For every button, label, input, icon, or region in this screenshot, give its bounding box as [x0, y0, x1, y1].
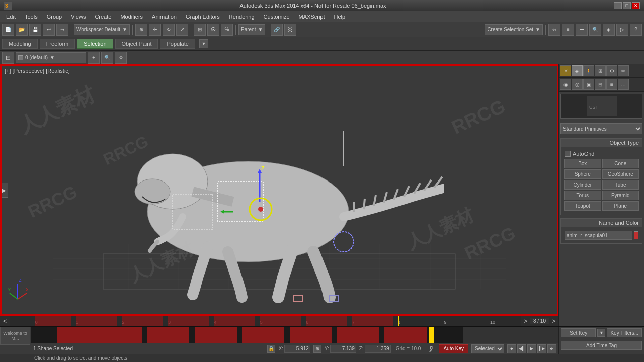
- toolbar-unlink[interactable]: ⛓: [284, 24, 296, 36]
- menu-views[interactable]: Views: [67, 13, 90, 21]
- timeline-bar[interactable]: 0 1 2 3 4 5 6 7 8 9 10: [10, 316, 521, 326]
- menu-tools[interactable]: Tools: [21, 13, 42, 21]
- toolbar-layer[interactable]: ☰: [576, 24, 588, 36]
- btn-geosphere[interactable]: GeoSphere: [602, 169, 639, 179]
- menu-help[interactable]: Help: [330, 13, 350, 21]
- btn-plane[interactable]: Plane: [602, 201, 639, 211]
- layer-new[interactable]: +: [88, 52, 100, 64]
- menu-graph-editors[interactable]: Graph Editors: [182, 13, 224, 21]
- viewport[interactable]: [+] [Perspective] [Realistic] 人人素材 RRCG …: [0, 64, 558, 316]
- reference-coord-dropdown[interactable]: Parent ▼: [238, 24, 265, 35]
- tab-object-paint[interactable]: Object Paint: [115, 39, 158, 49]
- add-time-tag-button[interactable]: Add Time Tag: [561, 341, 642, 350]
- btn-teapot[interactable]: Teapot: [564, 201, 601, 211]
- layer-dropdown[interactable]: 0 (default) ▼: [16, 52, 86, 63]
- maximize-button[interactable]: □: [623, 2, 631, 9]
- next-key-btn[interactable]: ▌▶: [537, 344, 546, 353]
- timeline-fwd-btn[interactable]: >: [521, 318, 530, 325]
- panel-icon-display[interactable]: ◈: [572, 65, 583, 76]
- workspace-dropdown[interactable]: Workspace: Default ▼: [74, 24, 130, 35]
- toolbar-percent-snap[interactable]: %: [221, 24, 233, 36]
- menu-customize[interactable]: Customize: [260, 13, 294, 21]
- toolbar-save[interactable]: 💾: [29, 24, 41, 36]
- set-key-button[interactable]: Set Key: [561, 328, 596, 337]
- toolbar-align[interactable]: ≡: [562, 24, 574, 36]
- toolbar-undo[interactable]: ↩: [43, 24, 55, 36]
- panel-icon-2f[interactable]: …: [618, 79, 629, 90]
- toolbar-snap[interactable]: ⊞: [194, 24, 206, 36]
- layer-settings[interactable]: ⚙: [115, 52, 127, 64]
- minimize-button[interactable]: _: [614, 2, 622, 9]
- toolbar-redo[interactable]: ↪: [56, 24, 68, 36]
- toolbar-open[interactable]: 📂: [16, 24, 28, 36]
- panel-icon-2b[interactable]: ◎: [572, 79, 583, 90]
- menu-group[interactable]: Group: [43, 13, 66, 21]
- toolbar-link[interactable]: 🔗: [271, 24, 283, 36]
- toolbar-render[interactable]: ▷: [616, 24, 628, 36]
- viewport-play-btn[interactable]: ▶: [0, 183, 8, 198]
- panel-icon-utilities[interactable]: ⚙: [606, 65, 617, 76]
- auto-key-button[interactable]: Auto Key: [439, 344, 468, 353]
- panel-icon-2d[interactable]: ⊟: [595, 79, 606, 90]
- lock-icon[interactable]: 🔒: [267, 345, 275, 353]
- panel-icon-render[interactable]: ☀: [560, 65, 571, 76]
- tab-selection[interactable]: Selection: [77, 39, 113, 49]
- go-end-btn[interactable]: ⏭: [547, 344, 556, 353]
- toolbar-help2[interactable]: ?: [630, 24, 642, 36]
- go-start-btn[interactable]: ⏮: [507, 344, 516, 353]
- panel-icon-motion[interactable]: 🚶: [583, 65, 594, 76]
- x-input[interactable]: [284, 345, 310, 353]
- toolbar-scale[interactable]: ⤢: [176, 24, 188, 36]
- toolbar-scene-explorer[interactable]: 🔍: [589, 24, 601, 36]
- timeline-playhead[interactable]: [398, 316, 399, 326]
- toolbar-angle-snap[interactable]: ⦿: [207, 24, 219, 36]
- menu-maxscript[interactable]: MAXScript: [295, 13, 329, 21]
- timeline-back-btn[interactable]: <: [0, 318, 10, 325]
- panel-icon-2c[interactable]: ▣: [583, 79, 594, 90]
- toolbar-move[interactable]: ✛: [149, 24, 161, 36]
- layer-icon[interactable]: ⊟: [2, 52, 14, 64]
- play-btn[interactable]: ▶: [527, 344, 536, 353]
- tab-modeling[interactable]: Modeling: [2, 39, 38, 49]
- toolbar-mirror[interactable]: ⇔: [548, 24, 560, 36]
- menu-create[interactable]: Create: [91, 13, 115, 21]
- btn-cone[interactable]: Cone: [602, 159, 639, 168]
- toolbar-rotate[interactable]: ↻: [163, 24, 175, 36]
- close-button[interactable]: ✕: [632, 2, 640, 9]
- menu-animation[interactable]: Animation: [148, 13, 181, 21]
- transform-icon[interactable]: ⊕: [313, 345, 321, 353]
- selected-dropdown[interactable]: Selected: [471, 344, 504, 353]
- btn-cylinder[interactable]: Cylinder: [564, 180, 601, 190]
- btn-sphere[interactable]: Sphere: [564, 169, 601, 179]
- key-filters-button[interactable]: Key Filters...: [607, 328, 642, 337]
- set-key-option-btn[interactable]: ▼: [597, 329, 605, 337]
- populate-toggle[interactable]: ▼: [199, 39, 208, 48]
- toolbar-new[interactable]: 📄: [2, 24, 14, 36]
- menu-rendering[interactable]: Rendering: [225, 13, 259, 21]
- panel-icon-2a[interactable]: ◉: [560, 79, 571, 90]
- tab-populate[interactable]: Populate: [160, 39, 195, 49]
- category-dropdown[interactable]: Standard Primitives: [560, 123, 642, 134]
- btn-tube[interactable]: Tube: [602, 180, 639, 190]
- btn-pyramid[interactable]: Pyramid: [602, 191, 639, 200]
- panel-icon-2e[interactable]: ≡: [606, 79, 617, 90]
- panel-icon-hierarchy[interactable]: ⊞: [595, 65, 606, 76]
- z-input[interactable]: [365, 345, 391, 353]
- panel-icon-params[interactable]: ✏: [618, 65, 629, 76]
- toolbar-select[interactable]: ⊕: [135, 24, 147, 36]
- menu-modifiers[interactable]: Modifiers: [116, 13, 147, 21]
- prev-key-btn[interactable]: ◀▌: [517, 344, 526, 353]
- keyframe-track[interactable]: [31, 327, 558, 343]
- btn-box[interactable]: Box: [564, 159, 601, 168]
- autogrid-checkbox[interactable]: [565, 151, 571, 157]
- timeline-end-btn[interactable]: >: [549, 318, 558, 325]
- btn-torus[interactable]: Torus: [564, 191, 601, 200]
- color-swatch[interactable]: [634, 231, 638, 239]
- menu-edit[interactable]: Edit: [2, 13, 20, 21]
- selection-set-dropdown[interactable]: Create Selection Set ▼: [485, 24, 543, 35]
- layer-view[interactable]: 🔍: [101, 52, 113, 64]
- tab-freeform[interactable]: Freeform: [40, 39, 75, 49]
- name-input[interactable]: [565, 231, 632, 240]
- y-input[interactable]: [330, 345, 356, 353]
- toolbar-material[interactable]: ◈: [603, 24, 615, 36]
